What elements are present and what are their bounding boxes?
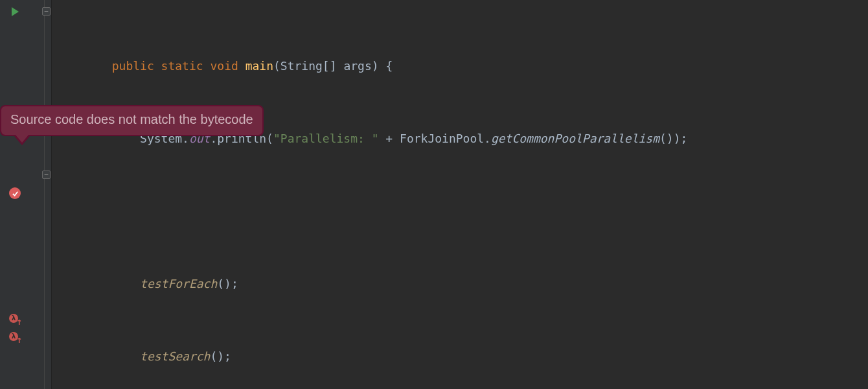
gutter-row: λ↑	[0, 329, 51, 348]
gutter-row: −	[0, 166, 51, 184]
editor-gutter: − − λ↑ λ↑	[0, 0, 52, 389]
gutter-row: λ↑	[0, 311, 51, 329]
lambda-exit-icon[interactable]: λ↑	[9, 314, 22, 327]
fold-toggle-icon[interactable]: −	[42, 7, 51, 16]
gutter-row	[0, 184, 51, 202]
fold-minus-glyph: −	[44, 171, 49, 178]
method-name: main	[246, 59, 273, 73]
code-editor: − − λ↑ λ↑ public static void main(String…	[0, 0, 868, 389]
keyword: void	[210, 59, 238, 73]
string-literal: "Parallelism: "	[273, 132, 379, 145]
static-call: getCommonPoolParallelism	[491, 132, 659, 145]
run-icon[interactable]	[12, 7, 19, 16]
warning-tooltip: Source code does not match the bytecode	[0, 105, 264, 136]
punct: ());	[659, 132, 687, 145]
breakpoint-icon[interactable]	[9, 187, 21, 199]
punct: ();	[217, 277, 238, 290]
method-call: testForEach	[140, 277, 217, 290]
params: (String[] args) {	[273, 59, 393, 73]
method-call: testSearch	[140, 349, 210, 363]
fold-toggle-icon[interactable]: −	[42, 171, 51, 179]
operator: + ForkJoinPool.	[379, 132, 491, 145]
code-line: public static void main(String[] args) {	[52, 57, 868, 75]
code-line-blank	[52, 202, 868, 220]
gutter-row: −	[0, 3, 51, 21]
lambda-exit-icon[interactable]: λ↑	[9, 332, 22, 345]
fold-minus-glyph: −	[44, 8, 49, 15]
code-area[interactable]: public static void main(String[] args) {…	[52, 0, 868, 389]
code-line: testSearch();	[52, 348, 868, 366]
keyword: public	[112, 59, 154, 73]
code-line: testForEach();	[52, 275, 868, 293]
punct: ();	[210, 349, 231, 363]
tooltip-text: Source code does not match the bytecode	[10, 112, 253, 126]
keyword: static	[161, 59, 203, 73]
